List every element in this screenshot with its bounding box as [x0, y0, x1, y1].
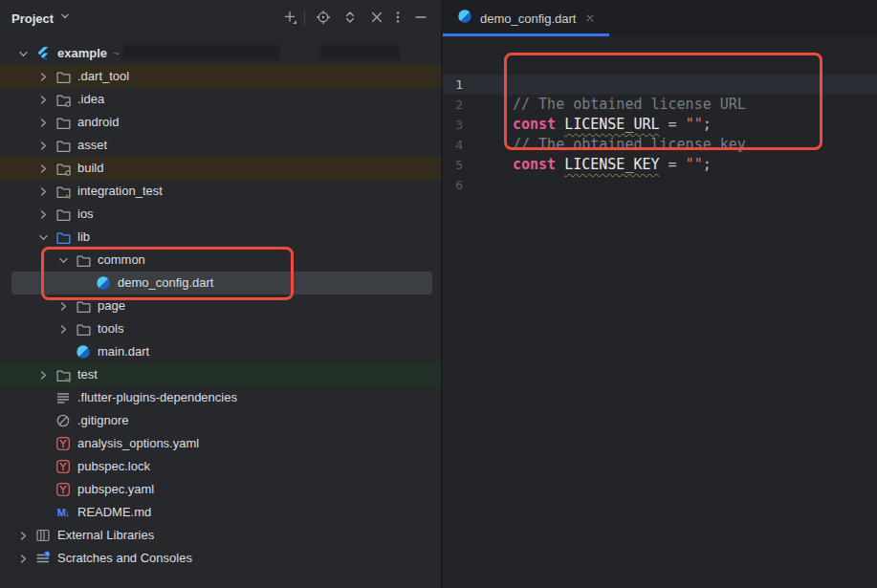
tree-item-label: analysis_options.yaml — [77, 436, 199, 450]
tree-item-readme-md[interactable]: M↓README.md — [0, 501, 441, 524]
tree-item-lib[interactable]: lib — [0, 226, 441, 249]
tree-item-pubspec-yaml[interactable]: pubspec.yaml — [0, 478, 441, 501]
line-number[interactable]: 2 — [443, 95, 463, 115]
chevron-right-icon[interactable] — [55, 298, 71, 314]
code-token-string: "" — [686, 116, 703, 133]
tree-item-flutter-plugins-dependencies[interactable]: .flutter-plugins-dependencies — [0, 386, 441, 409]
folder-icon — [75, 320, 92, 338]
tree-item-tools[interactable]: tools — [0, 317, 441, 340]
chevron-down-icon[interactable] — [55, 252, 71, 268]
code-token-identifier: LICENSE_URL — [564, 116, 659, 133]
tree-item-label: page — [98, 298, 125, 313]
code-token-comment: // The obtained license URL — [513, 96, 746, 113]
tree-item-dart-tool[interactable]: .dart_tool — [0, 65, 441, 88]
folder-test-icon — [55, 366, 72, 383]
tree-item-label: Scratches and Consoles — [57, 551, 192, 565]
folder-settings-icon — [55, 160, 72, 177]
tree-item-label: External Libraries — [57, 528, 154, 542]
dart-file-icon — [457, 9, 472, 28]
chevron-down-icon[interactable] — [15, 46, 31, 61]
tree-item-build[interactable]: build — [0, 157, 441, 180]
tree-item-asset[interactable]: asset — [0, 134, 441, 157]
chevron-right-icon[interactable] — [55, 321, 71, 337]
tree-item-scratches-and-consoles[interactable]: Scratches and Consoles — [0, 547, 441, 570]
tree-item-external-libraries[interactable]: External Libraries — [0, 524, 441, 547]
line-number[interactable]: 1 — [443, 75, 463, 95]
editor-tab-bar: demo_config.dart — [443, 0, 877, 36]
tree-item-pubspec-lock[interactable]: pubspec.lock — [0, 455, 441, 478]
chevron-right-icon[interactable] — [35, 184, 51, 199]
dart-icon — [95, 274, 112, 292]
code-line: // The obtained license key — [513, 135, 746, 155]
tree-item-label: asset — [77, 138, 107, 152]
chevron-right-icon[interactable] — [35, 92, 51, 107]
code-token-plain — [556, 116, 564, 133]
folder-source-icon — [55, 229, 72, 246]
code-token-identifier: LICENSE_KEY — [564, 156, 659, 173]
chevron-right-icon[interactable] — [35, 367, 51, 382]
editor-tab-demo-config[interactable]: demo_config.dart — [443, 0, 608, 36]
yaml-icon — [55, 481, 72, 498]
tree-item-integration-test[interactable]: integration_test — [0, 180, 441, 203]
redacted-path — [320, 45, 400, 60]
code-token-plain: = — [660, 156, 686, 173]
chevron-right-icon[interactable] — [35, 161, 51, 176]
tree-item-label: common — [98, 252, 145, 267]
tree-item-idea[interactable]: .idea — [0, 88, 441, 111]
line-number[interactable]: 6 — [443, 175, 463, 195]
tree-item-label: .flutter-plugins-dependencies — [77, 390, 237, 404]
code-line: const LICENSE_KEY = ""; — [513, 155, 712, 175]
line-number[interactable]: 4 — [443, 135, 463, 155]
tree-item-ios[interactable]: ios — [0, 203, 441, 226]
chevron-right-icon[interactable] — [35, 207, 51, 222]
line-number[interactable]: 5 — [443, 155, 463, 175]
dart-icon — [75, 343, 92, 360]
chevron-down-icon[interactable] — [35, 229, 51, 245]
tree-item-label: test — [77, 367, 98, 381]
tree-item-demo-config-dart[interactable]: demo_config.dart — [0, 272, 441, 294]
tree-item-label: demo_config.dart — [118, 275, 213, 290]
tree-item-label: main.dart — [98, 344, 149, 359]
tree-item-gitignore[interactable]: .gitignore — [0, 409, 441, 432]
tree-item-analysis-options-yaml[interactable]: analysis_options.yaml — [0, 432, 441, 455]
tree-item-android[interactable]: android — [0, 111, 441, 134]
tree-item-test[interactable]: test — [0, 363, 441, 386]
tree-item-label: .idea — [77, 92, 104, 106]
tree-item-common[interactable]: common — [0, 249, 441, 272]
close-tab-icon[interactable] — [583, 11, 597, 25]
folder-test-icon — [55, 183, 72, 200]
tree-item-label: build — [77, 161, 103, 175]
tree-item-main-dart[interactable]: main.dart — [0, 340, 441, 363]
tree-item-label: .dart_tool — [77, 69, 129, 83]
tree-item-label: ios — [77, 207, 94, 221]
code-token-plain: ; — [703, 156, 712, 173]
chevron-right-icon[interactable] — [35, 69, 51, 84]
tree-item-page[interactable]: page — [0, 294, 441, 317]
folder-icon — [55, 137, 72, 154]
editor-code-area[interactable]: 12// The obtained license URL3const LICE… — [443, 36, 877, 588]
folder-icon — [55, 68, 72, 85]
chevron-right-icon[interactable] — [15, 551, 31, 566]
scratches-icon — [34, 550, 52, 567]
code-token-plain: = — [660, 116, 686, 133]
chevron-right-icon[interactable] — [15, 528, 31, 543]
tree-item-label: README.md — [77, 505, 151, 519]
folder-icon — [75, 297, 92, 315]
folder-icon — [75, 251, 92, 269]
libraries-icon — [34, 527, 52, 544]
current-line-highlight — [443, 75, 877, 95]
line-number[interactable]: 3 — [443, 115, 463, 135]
code-line: const LICENSE_URL = ""; — [513, 115, 712, 135]
code-token-plain — [556, 156, 564, 173]
tab-title: demo_config.dart — [480, 11, 576, 26]
ide-window: Project example~.dart_tool.ideaandroidas… — [0, 0, 877, 588]
yaml-icon — [55, 435, 72, 452]
code-token-keyword: const — [513, 116, 556, 133]
chevron-right-icon[interactable] — [35, 138, 51, 153]
chevron-right-icon[interactable] — [35, 115, 51, 130]
tree-item-label: example — [57, 46, 107, 60]
tree-item-label: lib — [77, 229, 90, 244]
code-token-comment: // The obtained license key — [513, 136, 746, 153]
folder-icon — [55, 206, 72, 223]
tree-item-example[interactable]: example~ — [0, 42, 441, 65]
